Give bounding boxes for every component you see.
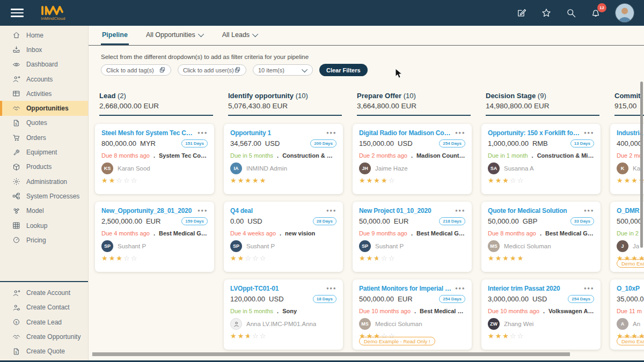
notifications-bell-icon[interactable]: 12 (590, 8, 601, 18)
account-name: new vision (285, 230, 315, 237)
sidebar-item-products[interactable]: Products (0, 160, 88, 174)
sidebar-item-dashboard[interactable]: Dashboard (0, 57, 88, 72)
due-date: Due 9 months ago (359, 230, 407, 237)
card-menu-icon[interactable]: ●●● (584, 129, 594, 135)
star-empty-icon: ☆ (389, 176, 396, 184)
logo[interactable]: InMindCloud (41, 5, 65, 21)
sidebar-item-label: Create Lead (26, 319, 62, 326)
separator-dot: . (153, 230, 155, 237)
opportunity-card[interactable]: New_Opportunity_28_01_2020 ●●● 2,500,000… (95, 202, 214, 272)
person-avatar-icon (230, 318, 242, 330)
opportunity-card[interactable]: Patient Monitors for Imperial Hos... ●●●… (353, 279, 472, 350)
sidebar-item-equipment[interactable]: Equipment (0, 145, 88, 159)
sidebar-item-lookup[interactable]: Lookup (0, 218, 88, 233)
sidebar-item-create-contact[interactable]: Create Contact (0, 300, 88, 315)
star-empty-icon: ☆ (517, 332, 525, 340)
sidebar-item-label: Opportunities (26, 105, 69, 112)
opportunity-card[interactable]: Digital Radio for Madison County ●●● 150… (353, 124, 472, 194)
favorites-star-icon[interactable] (541, 8, 552, 18)
separator-dot: . (411, 152, 413, 159)
sidebar-item-quotes[interactable]: $ Quotes (0, 116, 88, 130)
card-menu-icon[interactable]: ●●● (326, 207, 336, 213)
account-name: Best Medical Group (545, 230, 594, 237)
card-value: 34,567.00 (230, 139, 261, 147)
sidebar-item-create-lead[interactable]: $ Create Lead (0, 315, 88, 329)
menu-icon[interactable] (11, 9, 24, 17)
column-header: Decision Stage (9) 14,980,800.00 EUR (481, 88, 601, 116)
opportunity-card[interactable]: Q4 deal ●●● 0.00USD 28 Days Due 4 weeks … (224, 202, 343, 272)
items-select[interactable]: 10 item(s) (253, 64, 313, 76)
tab-all-opportunities[interactable]: All Opportunities (145, 26, 205, 45)
opportunity-card[interactable]: O_10xP ●●● 35,000.0 Due 11 m . A An ★★★★… (610, 279, 644, 350)
separator-dot: . (540, 230, 541, 237)
user-avatar[interactable] (615, 3, 634, 23)
due-date: Due 8 months ago (488, 230, 536, 237)
sidebar-item-accounts[interactable]: Accounts (0, 72, 88, 86)
sidebar-item-create-opportunity[interactable]: Create Opportunity (0, 329, 88, 344)
card-menu-icon[interactable]: ●●● (326, 129, 336, 135)
sidebar-item-inbox[interactable]: Inbox (0, 42, 88, 57)
card-menu-icon[interactable]: ●●● (455, 285, 465, 291)
handshake-icon (12, 105, 20, 113)
tab-pipeline[interactable]: Pipeline (101, 26, 129, 45)
add-tags-input[interactable]: Click to add tag(s) (101, 64, 171, 76)
owner-name: Susanna A (504, 165, 534, 172)
sidebar-item-activities[interactable]: Activities (0, 86, 88, 101)
opportunity-card[interactable]: O_DMR ●●● 500,000 Due in 2 . J Ja ★★★★☆ … (610, 202, 644, 272)
star-filled-icon: ★ (109, 176, 116, 184)
sidebar-item-pricing[interactable]: Pricing (0, 233, 88, 247)
column-count: (10) (404, 92, 416, 100)
rating-stars: ★★☆☆☆ (230, 254, 336, 262)
search-icon[interactable] (566, 8, 576, 18)
horizontal-scrollbar[interactable] (92, 352, 570, 356)
opportunity-card[interactable]: Industria ●●● 400,000 Due 2 mo . K Ka ★★… (610, 124, 644, 194)
sidebar-item-create-quote[interactable]: $ Create Quote (0, 344, 88, 359)
sidebar-item-label: Orders (26, 134, 46, 142)
card-currency: USD (532, 295, 547, 303)
star-filled-icon: ★ (488, 332, 495, 340)
opportunity-card[interactable]: Quote for Medical Solution ●●● 50,000.00… (481, 202, 601, 272)
opportunity-card[interactable]: Opportunity 1 ●●● 34,567.00USD 200 Days … (224, 124, 343, 194)
card-menu-icon[interactable]: ●●● (584, 207, 594, 213)
vertical-scrollbar[interactable] (640, 82, 643, 248)
tab-label: Pipeline (102, 31, 128, 39)
star-empty-icon: ☆ (123, 176, 131, 184)
add-users-input[interactable]: Click to add user(s) (178, 64, 246, 76)
card-menu-icon[interactable]: ●●● (326, 285, 336, 291)
card-menu-icon[interactable]: ●●● (584, 285, 594, 291)
sidebar-item-label: Lookup (26, 222, 47, 230)
sidebar-item-create-account[interactable]: Create Account (0, 286, 88, 300)
card-menu-icon[interactable]: ●●● (197, 207, 208, 213)
sidebar-item-administration[interactable]: Administration (0, 174, 88, 189)
sidebar-item-label: Create Contact (26, 304, 70, 311)
separator-dot: . (543, 308, 545, 314)
card-currency: USD (269, 295, 283, 303)
card-menu-icon[interactable]: ●●● (197, 129, 208, 135)
clear-filters-button[interactable]: Clear Filters (319, 64, 368, 76)
tab-all-leads[interactable]: All Leads (221, 26, 259, 45)
compose-icon[interactable] (516, 8, 527, 18)
sidebar-item-orders[interactable]: Orders (0, 130, 88, 145)
sidebar-item-system-processes[interactable]: System Processes (0, 189, 88, 203)
card-value: 400,000 (617, 139, 642, 147)
opportunity-card[interactable]: Opportunity: 150 x Forklift for Co... ●●… (481, 124, 601, 194)
sidebar-item-model[interactable]: Model (0, 204, 88, 218)
card-menu-icon[interactable]: ●●● (455, 207, 465, 213)
separator-dot: . (414, 308, 416, 314)
column-title: Lead (99, 92, 115, 100)
star-filled-icon: ★ (381, 176, 389, 184)
sidebar-item-home[interactable]: Home (0, 28, 88, 42)
star-empty-icon: ☆ (510, 176, 517, 184)
sidebar-item-label: Administration (26, 178, 67, 186)
card-menu-icon[interactable]: ●●● (455, 129, 465, 135)
rating-stars: ★★★☆☆ (488, 176, 594, 184)
avatar: JH (359, 162, 371, 174)
sidebar-item-opportunities[interactable]: Opportunities (0, 101, 88, 115)
opportunity-card[interactable]: LVOppt-TC01-01 ●●● 120,000.00USD 18 Days… (224, 279, 343, 350)
add-users-placeholder: Click to add user(s) (183, 67, 234, 73)
star-filled-icon: ★ (101, 176, 109, 184)
opportunity-card[interactable]: Interior trim Passat 2020 ●●● 3,000,000.… (481, 279, 601, 350)
days-badge: 13 Days (570, 139, 594, 147)
opportunity-card[interactable]: Steel Mesh for System Tec Corp. ●●● 800,… (95, 124, 214, 194)
opportunity-card[interactable]: New Project 01_10_2020 ●●● 50,000.00EUR … (353, 202, 472, 272)
